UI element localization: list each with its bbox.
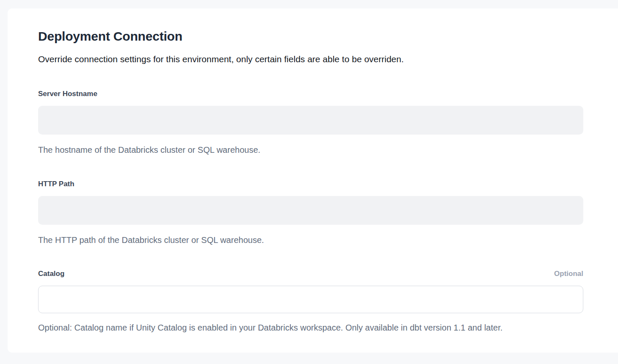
- field-group-http-path: HTTP Path The HTTP path of the Databrick…: [38, 179, 583, 245]
- catalog-optional-badge: Optional: [554, 269, 583, 279]
- page-subtitle: Override connection settings for this en…: [38, 53, 583, 65]
- page-title: Deployment Connection: [38, 29, 583, 44]
- card-content: Deployment Connection Override connectio…: [38, 29, 583, 333]
- server-hostname-helper: The hostname of the Databricks cluster o…: [38, 144, 583, 155]
- http-path-label-row: HTTP Path: [38, 179, 583, 189]
- deployment-connection-card: Deployment Connection Override connectio…: [8, 8, 618, 353]
- catalog-input[interactable]: [38, 286, 583, 313]
- field-group-server-hostname: Server Hostname The hostname of the Data…: [38, 89, 583, 155]
- catalog-label: Catalog: [38, 269, 64, 279]
- catalog-label-row: Catalog Optional: [38, 269, 583, 279]
- server-hostname-input: [38, 106, 583, 135]
- http-path-helper: The HTTP path of the Databricks cluster …: [38, 234, 583, 245]
- http-path-input: [38, 196, 583, 225]
- page: { "header": { "title": "Deployment Conne…: [0, 0, 618, 364]
- http-path-label: HTTP Path: [38, 179, 74, 189]
- server-hostname-label-row: Server Hostname: [38, 89, 583, 99]
- catalog-helper: Optional: Catalog name if Unity Catalog …: [38, 322, 583, 333]
- server-hostname-label: Server Hostname: [38, 89, 97, 99]
- field-group-catalog: Catalog Optional Optional: Catalog name …: [38, 269, 583, 333]
